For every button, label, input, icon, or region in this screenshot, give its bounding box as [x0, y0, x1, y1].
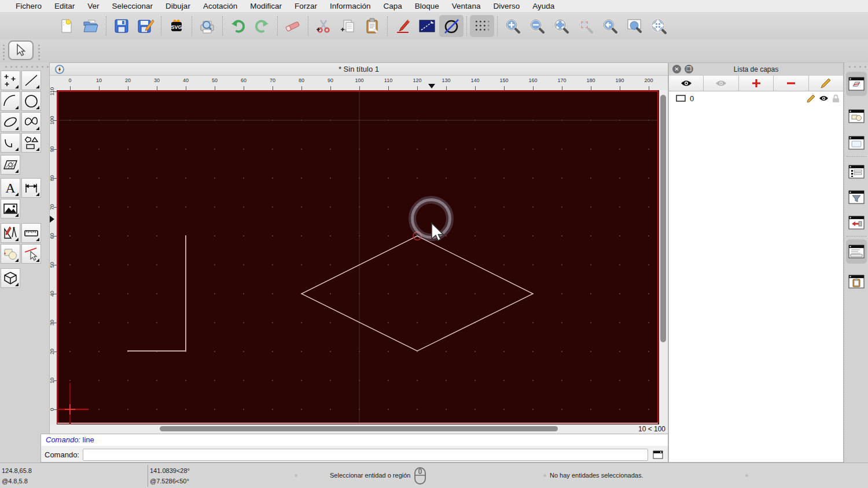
toolbar-handle[interactable]	[3, 43, 5, 62]
polyline-tool-button[interactable]	[1, 133, 20, 153]
block-edit-tool-button[interactable]	[1, 244, 20, 264]
snap-grid-button[interactable]	[470, 15, 494, 37]
new-file-button[interactable]	[54, 15, 79, 37]
copy-button[interactable]	[336, 15, 360, 37]
zoom-out-button[interactable]	[525, 15, 549, 37]
delete-button[interactable]	[281, 15, 305, 37]
status-abs-coord: 124.8,65.8	[2, 467, 32, 474]
ruler-x-tick-mark	[359, 86, 360, 90]
draw-pen-button[interactable]	[391, 15, 415, 37]
status-grip-dot	[295, 474, 297, 477]
layer-visible-eye-icon[interactable]	[819, 95, 829, 102]
menu-item-modificar[interactable]: Modificar	[244, 2, 288, 10]
toggle-command-line-button[interactable]	[846, 239, 867, 264]
menu-item-ayuda[interactable]: Ayuda	[526, 2, 561, 10]
new-file-icon	[58, 18, 75, 34]
toggle-library-button[interactable]	[846, 131, 867, 155]
zoom-in-button[interactable]	[501, 15, 525, 37]
export-svg-button[interactable]: SVG	[164, 15, 189, 37]
eye-closed-icon	[715, 79, 727, 87]
hide-all-layers-button[interactable]	[704, 76, 738, 91]
layer-row[interactable]: 0	[669, 91, 843, 105]
toggle-block-list-button[interactable]	[846, 104, 867, 128]
layer-lock-icon[interactable]	[832, 94, 840, 103]
command-detach-button[interactable]	[650, 448, 665, 461]
command-input[interactable]	[83, 449, 648, 461]
circle-tool-button[interactable]	[21, 91, 41, 111]
measure-tool-button[interactable]	[21, 223, 41, 243]
line-tool-button[interactable]	[21, 71, 41, 90]
paste-button[interactable]	[360, 15, 384, 37]
modify-tool-button[interactable]	[1, 223, 20, 243]
status-rel-polar: @7.5286<50°	[150, 478, 189, 485]
text-tool-button[interactable]: A	[1, 178, 20, 198]
menu-item-acotacion[interactable]: Acotación	[197, 2, 244, 10]
layer-edit-pencil-icon[interactable]	[807, 94, 815, 103]
horizontal-scrollbar[interactable]: 10 < 100	[50, 424, 668, 434]
toggle-layer-list-button[interactable]	[846, 72, 867, 96]
redo-button[interactable]	[250, 15, 274, 37]
vertical-scrollbar-thumb[interactable]	[660, 95, 666, 342]
zoom-window-button[interactable]	[622, 15, 646, 37]
zoom-previous-button[interactable]	[598, 15, 622, 37]
menu-item-editar[interactable]: Editar	[48, 2, 81, 10]
menu-item-fichero[interactable]: Fichero	[9, 2, 48, 10]
spline-tool-button[interactable]	[21, 112, 41, 132]
horizontal-scrollbar-thumb[interactable]	[160, 426, 558, 431]
cut-button[interactable]	[311, 15, 336, 37]
menu-item-ventana[interactable]: Ventana	[446, 2, 487, 10]
undo-button[interactable]	[226, 15, 250, 37]
undo-icon	[229, 18, 247, 34]
menu-item-informacion[interactable]: Información	[323, 2, 377, 10]
document-titlebar[interactable]: * Sin título 1	[50, 63, 668, 76]
command-history-label: Comando:	[46, 435, 80, 444]
ellipse-tool-button[interactable]	[1, 112, 20, 132]
ruler-x-tick-label: 170	[557, 77, 566, 83]
deselect-button[interactable]	[439, 15, 464, 37]
drawing-canvas[interactable]	[57, 90, 659, 424]
block-list-window-icon	[848, 109, 865, 124]
ruler-x-tick-label: 110	[384, 77, 392, 83]
arc-tool-button[interactable]	[1, 91, 20, 111]
menu-item-bloque[interactable]: Bloque	[409, 2, 446, 10]
zoom-pan-button[interactable]	[646, 15, 671, 37]
toggle-entity-list-button[interactable]	[846, 160, 867, 184]
menu-item-forzar[interactable]: Forzar	[288, 2, 323, 10]
select-window-button[interactable]	[415, 15, 439, 37]
menu-item-ver[interactable]: Ver	[81, 2, 105, 10]
zoom-redraw-button[interactable]	[573, 15, 598, 37]
open-file-button[interactable]	[79, 15, 103, 37]
ruler-x-tick-label: 80	[299, 77, 304, 83]
select-entity-tool-button[interactable]	[21, 244, 41, 264]
menu-item-seleccionar[interactable]: Seleccionar	[106, 2, 160, 10]
status-grip-dot	[745, 474, 748, 477]
points-tool-button[interactable]	[1, 71, 20, 90]
menu-item-dibujar[interactable]: Dibujar	[159, 2, 197, 10]
edit-layer-button[interactable]	[809, 76, 843, 91]
select-tool-button[interactable]	[8, 40, 34, 60]
toggle-command-widget-button[interactable]	[846, 210, 867, 235]
ruler-x-tick-mark	[273, 86, 273, 90]
hatch-tool-button[interactable]	[1, 155, 20, 175]
save-as-button[interactable]	[134, 15, 158, 37]
dock-separator	[847, 236, 866, 236]
toggle-filter-button[interactable]	[846, 185, 867, 209]
dimension-tool-button[interactable]	[21, 178, 41, 198]
dock-handle[interactable]	[847, 66, 868, 68]
save-button[interactable]	[109, 15, 134, 37]
polygon-tool-button[interactable]	[21, 133, 41, 153]
image-tool-button[interactable]	[1, 199, 20, 219]
print-preview-button[interactable]	[195, 15, 219, 37]
solid-3d-tool-button[interactable]	[1, 268, 20, 288]
toggle-clipboard-button[interactable]	[846, 269, 867, 294]
toolbar-handle[interactable]	[38, 43, 40, 62]
menu-item-capa[interactable]: Capa	[377, 2, 409, 10]
show-all-layers-button[interactable]	[669, 76, 704, 91]
zoom-auto-button[interactable]	[549, 15, 573, 37]
palette-handle[interactable]	[3, 66, 50, 68]
vertical-scrollbar[interactable]	[659, 90, 668, 424]
add-layer-button[interactable]	[739, 76, 774, 91]
remove-layer-button[interactable]	[774, 76, 808, 91]
ruler-x-tick-label: 160	[528, 77, 537, 83]
menu-item-diverso[interactable]: Diverso	[487, 2, 526, 10]
